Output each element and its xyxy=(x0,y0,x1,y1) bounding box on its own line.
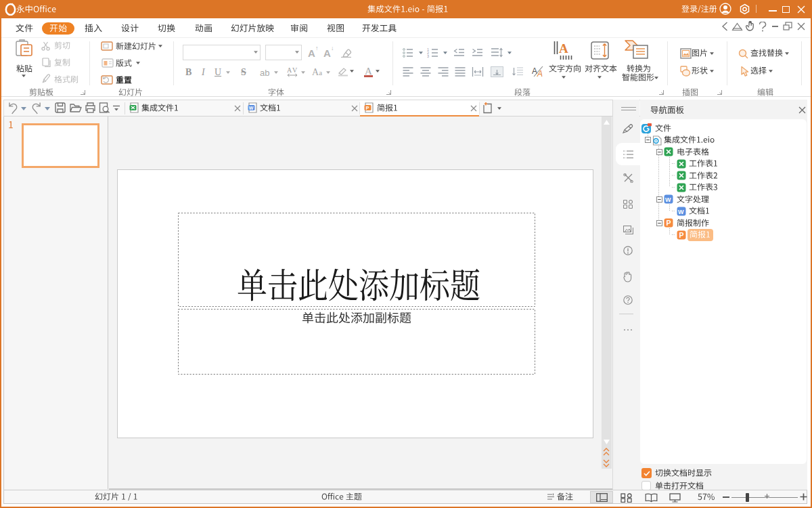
svg-text:A: A xyxy=(559,41,568,56)
svg-text:A: A xyxy=(287,67,292,74)
svg-text:A: A xyxy=(532,66,537,76)
svg-text:P: P xyxy=(366,105,369,111)
svg-text:P: P xyxy=(679,231,683,239)
svg-text:3: 3 xyxy=(427,54,429,58)
svg-text:P: P xyxy=(666,219,671,227)
svg-text:W: W xyxy=(249,106,254,110)
svg-text:W: W xyxy=(677,208,683,215)
svg-text:W: W xyxy=(665,196,671,203)
svg-text:V: V xyxy=(292,67,298,74)
